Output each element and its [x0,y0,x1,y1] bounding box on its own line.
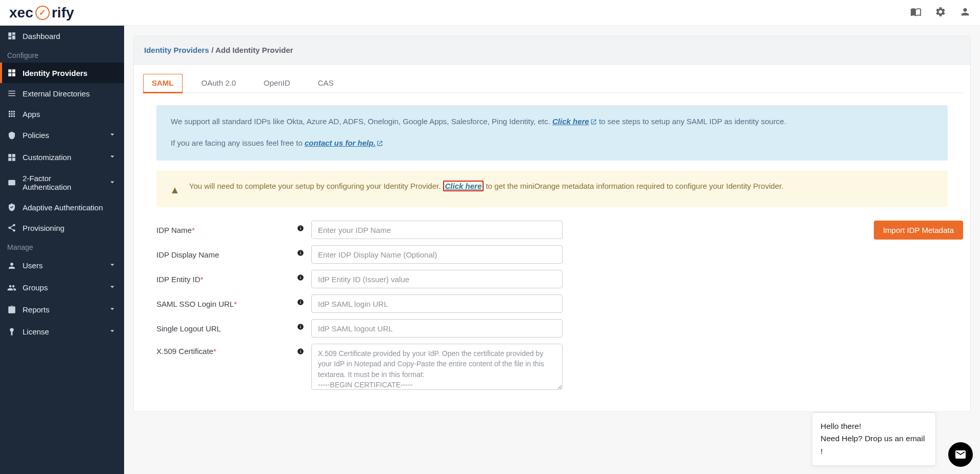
user-icon[interactable] [959,6,971,19]
info-icon[interactable] [295,348,306,355]
tab-openid[interactable]: OpenID [255,74,299,92]
idp-entity-input[interactable] [311,270,563,288]
sidebar-item-apps[interactable]: Apps [0,104,124,124]
customize-icon [7,153,16,162]
label-cert: X.509 Certificate* [156,347,290,356]
info-icon[interactable] [295,274,306,281]
label-slo: Single Logout URL [156,324,290,333]
cert-textarea[interactable] [311,344,563,390]
info-text: If you are facing any issues feel free t… [171,139,305,147]
sidebar-item-license[interactable]: License [0,321,124,343]
sidebar-item-label: Provisioning [23,224,65,232]
sidebar-item-groups[interactable]: Groups [0,276,124,299]
svg-rect-14 [300,326,301,328]
docs-icon[interactable] [910,6,922,19]
chat-fab-button[interactable] [948,442,973,467]
dashboard-icon [7,31,16,41]
clipboard-icon [7,305,16,314]
info-icon[interactable] [295,299,306,306]
shield-icon [7,131,16,140]
breadcrumb-link[interactable]: Identity Providers [144,46,209,54]
tab-cas[interactable]: CAS [309,74,343,92]
svg-rect-2 [300,228,301,230]
sidebar-item-label: Dashboard [23,32,60,41]
sidebar-item-policies[interactable]: Policies [0,124,124,146]
warning-icon: ▲ [170,182,180,198]
label-saml-sso: SAML SSO Login URL* [156,300,290,308]
breadcrumb: Identity Providers / Add Identity Provid… [133,36,971,65]
shield-check-icon [7,203,16,212]
widgets-icon [7,68,16,77]
sidebar-item-external-directories[interactable]: External Directories [0,83,124,104]
svg-rect-0 [8,180,15,186]
sidebar-item-provisioning[interactable]: Provisioning [0,218,124,238]
svg-rect-17 [300,351,301,353]
idp-name-input[interactable] [311,221,563,239]
chevron-down-icon [108,152,117,163]
info-icon[interactable] [295,323,306,330]
badge-icon [7,327,16,337]
info-icon[interactable] [295,249,306,256]
sidebar-item-2fa[interactable]: 2-Factor Authentication [0,168,124,197]
info-text: We support all standard IDPs like Okta, … [171,117,552,126]
svg-rect-8 [300,277,301,279]
sidebar-section-manage: Manage [0,238,124,254]
sidebar-item-label: Identity Providers [23,69,88,77]
info-text: to see steps to setup any SAML IDP as id… [599,117,786,126]
svg-rect-9 [300,276,301,276]
group-icon [7,283,16,292]
mail-icon [954,448,967,461]
sidebar-item-identity-providers[interactable]: Identity Providers [0,63,124,83]
logo[interactable]: xec ✓ rify [9,5,74,21]
svg-rect-6 [300,251,301,252]
tab-oauth[interactable]: OAuth 2.0 [193,74,245,92]
sidebar-item-adaptive[interactable]: Adaptive Authentication [0,197,124,218]
num-icon [7,178,16,187]
label-idp-display: IDP Display Name [156,250,290,259]
sidebar-item-label: Policies [23,131,49,140]
svg-rect-18 [300,350,301,350]
info-alert: We support all standard IDPs like Okta, … [156,105,948,161]
warning-alert: ▲ You will need to complete your setup b… [156,171,948,207]
apps-icon [7,109,16,118]
sidebar-item-label: Groups [23,283,48,292]
sidebar-item-label: Reports [23,305,50,314]
label-idp-entity: IDP Entity ID* [156,275,290,284]
sidebar-item-label: Users [23,261,43,270]
chevron-down-icon [108,130,117,141]
sidebar-item-label: Customization [23,153,71,162]
sidebar-item-label: 2-Factor Authentication [23,174,102,191]
svg-rect-11 [300,302,301,304]
help-hello: Hello there! [821,420,927,433]
contact-help-link[interactable]: contact us for help. [305,139,383,147]
sidebar-item-users[interactable]: Users [0,254,124,276]
sidebar-item-label: License [23,327,49,336]
tab-saml[interactable]: SAML [143,74,183,92]
help-tooltip: Hello there! Need Help? Drop us an email… [812,412,936,466]
saml-sso-input[interactable] [311,294,563,313]
info-icon[interactable] [295,225,306,232]
slo-input[interactable] [311,319,563,338]
idp-display-input[interactable] [311,245,563,264]
help-need: Need Help? Drop us an email ! [821,432,927,458]
external-link-icon [376,138,383,150]
gear-icon[interactable] [935,6,946,19]
sidebar-item-label: External Directories [23,89,90,98]
warn-click-here-link[interactable]: Click here [443,181,484,191]
breadcrumb-sep: / [211,46,215,54]
sidebar-item-dashboard[interactable]: Dashboard [0,26,124,46]
svg-rect-5 [300,252,301,254]
chevron-down-icon [108,326,117,337]
sidebar-item-customization[interactable]: Customization [0,146,124,168]
chevron-down-icon [108,282,117,293]
info-click-here-link[interactable]: Click here [552,117,597,126]
svg-rect-12 [300,301,301,301]
logo-mark-icon: ✓ [35,6,50,20]
sidebar-item-reports[interactable]: Reports [0,299,124,321]
breadcrumb-current: Add Identity Provider [215,46,293,54]
logo-text-pre: xec [9,5,33,21]
sidebar-item-label: Adaptive Authentication [23,203,103,212]
label-idp-name: IDP Name* [156,226,290,234]
list-icon [7,89,16,98]
svg-rect-15 [300,325,301,326]
